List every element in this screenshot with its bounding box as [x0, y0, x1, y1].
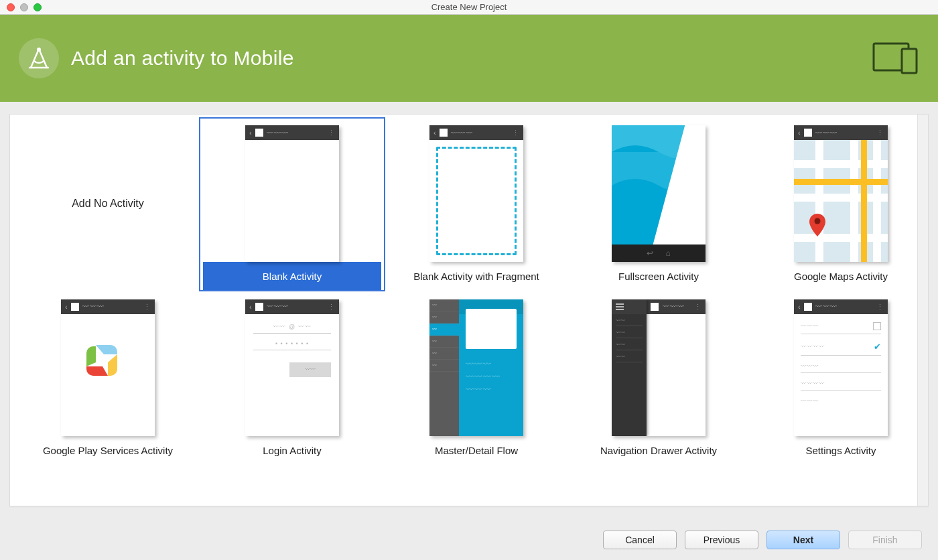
- activity-option-fullscreen[interactable]: ⤢↩⌂‹〰〰〰⋮ Fullscreen Activity: [567, 117, 750, 291]
- android-studio-logo-icon: [19, 38, 59, 78]
- activity-preview-icon: ‹〰〰〰⋮: [245, 125, 339, 262]
- next-button[interactable]: Next: [766, 531, 840, 549]
- activity-preview-icon: ‹〰〰〰⋮: [61, 299, 155, 436]
- activity-label: Navigation Drawer Activity: [572, 436, 746, 464]
- activity-label: Fullscreen Activity: [572, 262, 746, 290]
- activity-label: Add No Activity: [21, 197, 195, 218]
- finish-button: Finish: [848, 531, 922, 549]
- activity-option-login[interactable]: ‹〰〰〰⋮〰〰 @ 〰〰• • • • • • •〰〰 Login Activi…: [199, 291, 385, 466]
- activity-label: Google Play Services Activity: [21, 436, 195, 464]
- wizard-header: Add an activity to Mobile: [0, 15, 938, 102]
- activity-label: Settings Activity: [754, 436, 917, 464]
- svg-point-3: [815, 218, 821, 224]
- activity-preview-icon: ‹〰〰〰⋮: [429, 125, 523, 262]
- activity-grid: Add No Activity‹〰〰〰⋮ Blank Activity‹〰〰〰⋮…: [17, 117, 911, 465]
- activity-option-settings[interactable]: ‹〰〰〰⋮ 〰〰〰 〰〰〰〰✔ 〰〰〰 〰〰〰〰 〰〰〰 Settings Ac…: [750, 291, 917, 466]
- window-titlebar: Create New Project: [0, 0, 938, 15]
- activity-option-masterdetail[interactable]: 〰〰〰〰〰〰〰〰〰〰〰〰〰〰〰〰 Master/Detail Flow: [385, 291, 567, 466]
- activity-label: Login Activity: [205, 436, 379, 464]
- activity-preview-icon: 〰〰〰⋮〰〰〰〰〰〰〰〰: [612, 299, 706, 436]
- activity-option-navdrawer[interactable]: 〰〰〰⋮〰〰〰〰〰〰〰〰 Navigation Drawer Activity: [567, 291, 750, 466]
- previous-button[interactable]: Previous: [685, 531, 758, 549]
- activity-option-fragment[interactable]: ‹〰〰〰⋮ Blank Activity with Fragment: [385, 117, 567, 291]
- activity-label: Blank Activity with Fragment: [389, 262, 563, 290]
- wizard-footer: Cancel Previous Next Finish: [603, 531, 922, 549]
- window-title: Create New Project: [0, 2, 938, 12]
- device-form-factor-icon: [872, 40, 919, 77]
- activity-preview-icon: ⤢↩⌂‹〰〰〰⋮: [612, 125, 706, 262]
- activity-preview-icon: ‹〰〰〰⋮: [794, 125, 888, 262]
- activity-label: Google Maps Activity: [754, 262, 917, 290]
- cancel-button[interactable]: Cancel: [603, 531, 677, 549]
- activity-grid-scroll[interactable]: Add No Activity‹〰〰〰⋮ Blank Activity‹〰〰〰⋮…: [10, 115, 917, 506]
- activity-label: Blank Activity: [203, 262, 381, 290]
- wizard-heading: Add an activity to Mobile: [71, 47, 294, 70]
- svg-rect-2: [902, 49, 917, 73]
- activity-preview-icon: ‹〰〰〰⋮ 〰〰〰 〰〰〰〰✔ 〰〰〰 〰〰〰〰 〰〰〰: [794, 299, 888, 436]
- activity-option-none[interactable]: Add No Activity: [17, 117, 199, 291]
- activity-chooser-panel: Add No Activity‹〰〰〰⋮ Blank Activity‹〰〰〰⋮…: [9, 114, 929, 506]
- activity-option-play[interactable]: ‹〰〰〰⋮ Google Play Services Activity: [17, 291, 199, 466]
- activity-preview-icon: 〰〰〰〰〰〰〰〰〰〰〰〰〰〰〰〰: [429, 299, 523, 436]
- svg-point-0: [37, 48, 41, 52]
- activity-label: Master/Detail Flow: [389, 436, 563, 464]
- vertical-scrollbar[interactable]: [917, 115, 928, 506]
- activity-preview-icon: ‹〰〰〰⋮〰〰 @ 〰〰• • • • • • •〰〰: [245, 299, 339, 436]
- activity-option-maps[interactable]: ‹〰〰〰⋮ Google Maps Activity: [750, 117, 917, 291]
- activity-option-blank[interactable]: ‹〰〰〰⋮ Blank Activity: [199, 117, 385, 291]
